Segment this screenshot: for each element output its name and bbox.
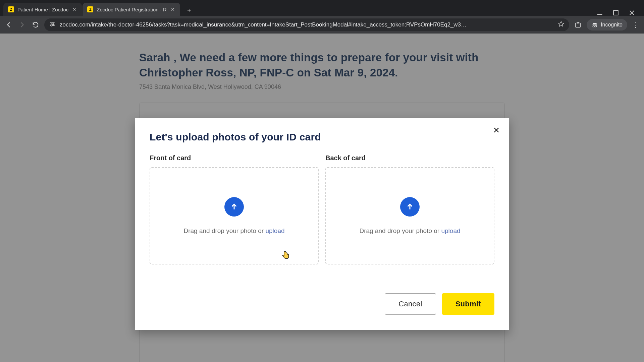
page-viewport: Sarah , We need a few more things to pre… <box>0 34 644 362</box>
upload-front-column: Front of card Drag and drop your photo o… <box>150 154 319 264</box>
upload-arrow-icon <box>400 197 420 217</box>
svg-rect-11 <box>577 22 579 23</box>
reload-button[interactable] <box>31 20 40 29</box>
svg-point-12 <box>593 25 594 27</box>
svg-point-13 <box>595 25 597 27</box>
cancel-button[interactable]: Cancel <box>385 293 436 315</box>
upload-arrow-icon <box>224 197 244 217</box>
browser-toolbar: zocdoc.com/intake/the-doctor-46256/tasks… <box>0 16 644 34</box>
back-button[interactable] <box>4 20 13 29</box>
browser-tab-active[interactable]: Z Zocdoc Patient Registration - R ✕ <box>83 3 180 16</box>
back-drop-text: Drag and drop your photo or upload <box>359 227 460 235</box>
drop-prefix: Drag and drop your photo or <box>359 227 441 234</box>
svg-point-7 <box>51 22 52 23</box>
svg-point-9 <box>51 25 52 26</box>
upload-link[interactable]: upload <box>441 227 460 234</box>
front-drop-text: Drag and drop your photo or upload <box>183 227 284 235</box>
site-settings-icon[interactable] <box>49 21 56 29</box>
maximize-button[interactable] <box>612 9 619 16</box>
incognito-indicator[interactable]: Incognito <box>587 19 627 31</box>
submit-button[interactable]: Submit <box>442 293 494 315</box>
back-dropzone[interactable]: Drag and drop your photo or upload <box>325 167 494 264</box>
new-tab-button[interactable]: + <box>183 5 195 16</box>
upload-back-column: Back of card Drag and drop your photo or… <box>325 154 494 264</box>
browser-menu-button[interactable]: ⋮ <box>631 20 640 29</box>
modal-close-button[interactable] <box>491 125 502 135</box>
window-controls <box>596 9 641 16</box>
svg-rect-10 <box>576 23 581 27</box>
incognito-label: Incognito <box>601 22 623 28</box>
url-text: zocdoc.com/intake/the-doctor-46256/tasks… <box>60 21 554 28</box>
upload-link[interactable]: upload <box>265 227 284 234</box>
modal-title: Let's upload photos of your ID card <box>150 131 494 143</box>
back-label: Back of card <box>325 154 494 162</box>
front-dropzone[interactable]: Drag and drop your photo or upload <box>150 167 319 264</box>
browser-tab-inactive[interactable]: Z Patient Home | Zocdoc ✕ <box>3 3 82 16</box>
browser-tab-bar: Z Patient Home | Zocdoc ✕ Z Zocdoc Patie… <box>0 0 644 16</box>
close-icon[interactable]: ✕ <box>170 7 175 12</box>
forward-button <box>17 20 27 29</box>
bookmark-star-icon[interactable] <box>558 21 565 29</box>
extensions-icon[interactable] <box>573 20 583 29</box>
upload-row: Front of card Drag and drop your photo o… <box>150 154 494 264</box>
modal-actions: Cancel Submit <box>150 293 494 315</box>
front-label: Front of card <box>150 154 319 162</box>
svg-rect-1 <box>613 10 618 15</box>
tab-title: Patient Home | Zocdoc <box>17 7 68 12</box>
minimize-button[interactable] <box>596 9 603 16</box>
address-bar[interactable]: zocdoc.com/intake/the-doctor-46256/tasks… <box>44 18 569 31</box>
close-icon[interactable]: ✕ <box>72 7 77 12</box>
svg-point-8 <box>53 23 54 24</box>
drop-prefix: Drag and drop your photo or <box>183 227 265 234</box>
tab-title: Zocdoc Patient Registration - R <box>97 7 166 12</box>
close-window-button[interactable] <box>629 9 635 16</box>
upload-id-modal: Let's upload photos of your ID card Fron… <box>135 118 509 330</box>
zocdoc-favicon: Z <box>87 6 93 12</box>
zocdoc-favicon: Z <box>8 6 14 12</box>
